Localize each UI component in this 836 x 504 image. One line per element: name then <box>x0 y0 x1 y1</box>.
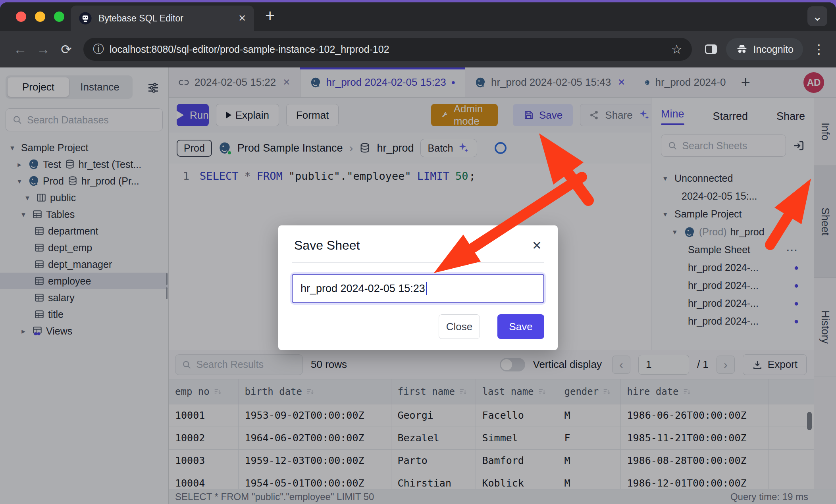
save-sheet-dialog: Save Sheet ✕ hr_prod 2024-02-05 15:23 Cl… <box>278 225 558 350</box>
dialog-close-button[interactable]: Close <box>439 314 480 339</box>
incognito-icon <box>736 43 748 56</box>
new-browser-tab-button[interactable]: + <box>265 6 275 25</box>
bookmark-star-icon[interactable]: ☆ <box>671 42 682 57</box>
bytebase-favicon <box>79 12 92 25</box>
back-button[interactable]: ← <box>10 42 30 57</box>
address-bar[interactable]: ⓘ localhost:8080/sql-editor/prod-sample-… <box>83 38 692 61</box>
site-info-icon[interactable]: ⓘ <box>93 42 104 57</box>
dialog-close-icon[interactable]: ✕ <box>532 239 542 252</box>
browser-window: Bytebase SQL Editor ✕ + ⌄ ← → ⟳ ⓘ localh… <box>0 2 836 504</box>
sheet-name-input[interactable]: hr_prod 2024-02-05 15:23 <box>292 274 544 303</box>
browser-tab[interactable]: Bytebase SQL Editor ✕ <box>71 6 254 31</box>
sheet-name-value: hr_prod 2024-02-05 15:23 <box>300 283 425 295</box>
browser-tab-title: Bytebase SQL Editor <box>98 13 232 24</box>
dialog-title: Save Sheet <box>294 238 360 253</box>
url-text: localhost:8080/sql-editor/prod-sample-in… <box>110 44 666 55</box>
browser-menu-icon[interactable]: ⋮ <box>813 42 826 57</box>
window-zoom-button[interactable] <box>54 12 64 22</box>
window-minimize-button[interactable] <box>35 12 45 22</box>
text-cursor <box>426 282 427 295</box>
incognito-badge: Incognito <box>726 38 803 60</box>
forward-button[interactable]: → <box>33 42 53 57</box>
window-close-button[interactable] <box>16 12 26 22</box>
chevron-down-icon: ⌄ <box>812 10 822 23</box>
tab-close-icon[interactable]: ✕ <box>238 13 246 24</box>
incognito-label: Incognito <box>753 44 794 55</box>
reload-button[interactable]: ⟳ <box>56 42 76 57</box>
browser-toolbar: ← → ⟳ ⓘ localhost:8080/sql-editor/prod-s… <box>0 31 836 67</box>
dialog-save-button[interactable]: Save <box>497 314 544 339</box>
tab-search-chevron-button[interactable]: ⌄ <box>807 6 827 26</box>
side-panel-icon[interactable] <box>704 42 718 56</box>
browser-tab-strip: Bytebase SQL Editor ✕ + ⌄ <box>0 2 836 31</box>
